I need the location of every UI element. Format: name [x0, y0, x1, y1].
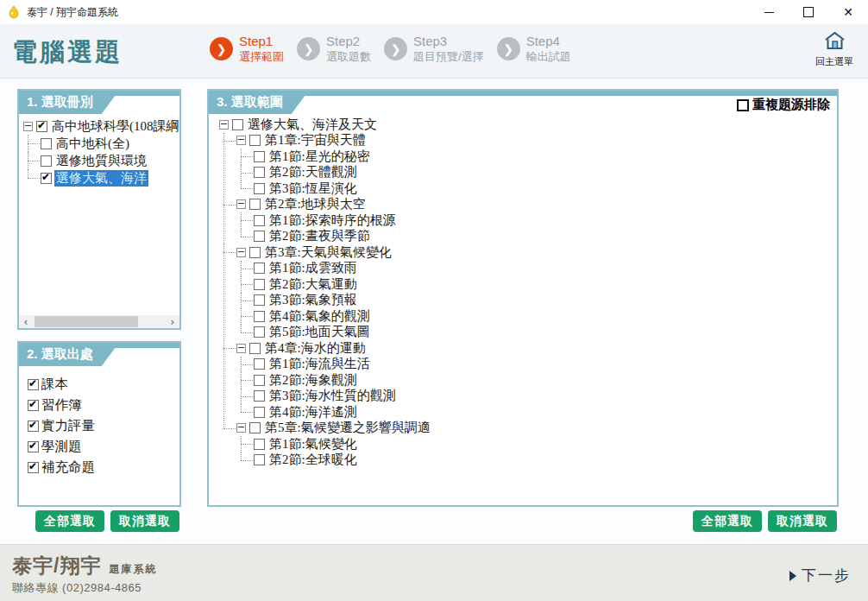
- tree-checkbox[interactable]: [254, 407, 265, 418]
- collapse-toggle-icon[interactable]: [236, 136, 246, 145]
- tree-item[interactable]: 選修大氣、海洋及天文: [219, 117, 833, 133]
- tree-item-label[interactable]: 第2節:全球暖化: [267, 452, 359, 468]
- tree-item[interactable]: 選修大氣、海洋: [41, 169, 179, 187]
- tree-item-label[interactable]: 第3節:海水性質的觀測: [267, 388, 398, 404]
- tree-item-label[interactable]: 第3節:恆星演化: [267, 180, 359, 197]
- step-step2[interactable]: Step2選取題數: [297, 34, 371, 64]
- step-step1[interactable]: Step1選擇範圍: [210, 34, 284, 64]
- tree-item-label[interactable]: 第2章:地球與太空: [263, 196, 368, 212]
- tree-checkbox[interactable]: [254, 326, 265, 338]
- tree-checkbox[interactable]: [254, 151, 265, 162]
- scrollbar-thumb[interactable]: [35, 316, 138, 327]
- tree-item-label[interactable]: 第4章:海水的運動: [263, 340, 368, 357]
- tree-checkbox[interactable]: [254, 375, 265, 386]
- tree-item-label[interactable]: 選修地質與環境: [54, 153, 148, 169]
- source-option[interactable]: 課本: [28, 374, 95, 395]
- tree-checkbox[interactable]: [232, 119, 243, 130]
- source-checkbox[interactable]: [28, 441, 39, 452]
- tree-item[interactable]: 第2節:海象觀測: [254, 372, 833, 389]
- tree-checkbox[interactable]: [254, 279, 265, 290]
- tree-item-label[interactable]: 第1章:宇宙與天體: [263, 132, 368, 149]
- tree-checkbox[interactable]: [254, 390, 265, 402]
- deselect-all-button-left[interactable]: 取消選取: [110, 510, 179, 532]
- tree-item[interactable]: 第1節:海流與生活: [254, 357, 833, 373]
- tree-item-label[interactable]: 第3節:氣象預報: [267, 292, 359, 308]
- collapse-toggle-icon[interactable]: [236, 344, 246, 353]
- deselect-all-button-right[interactable]: 取消選取: [768, 510, 837, 532]
- tree-checkbox[interactable]: [41, 155, 52, 167]
- tree-item-label[interactable]: 高中地科(全): [54, 136, 131, 152]
- tree-item[interactable]: 第2節:全球暖化: [254, 452, 833, 469]
- tree-item[interactable]: 高中地球科學(108課綱): [23, 117, 179, 135]
- maximize-button[interactable]: [789, 1, 828, 24]
- tree-item[interactable]: 第3章:天氣與氣候變化: [236, 244, 833, 261]
- tree-checkbox[interactable]: [249, 135, 261, 146]
- tree-checkbox[interactable]: [41, 173, 52, 184]
- tree-item-label[interactable]: 選修大氣、海洋及天文: [246, 117, 379, 133]
- tree-item[interactable]: 第4章:海水的運動: [236, 340, 833, 357]
- tree-item[interactable]: 第2節:晝夜與季節: [254, 229, 833, 245]
- tree-checkbox[interactable]: [254, 167, 265, 178]
- tree-item-label[interactable]: 選修大氣、海洋: [54, 170, 148, 187]
- source-checkbox[interactable]: [28, 400, 39, 411]
- tree-item-label[interactable]: 第3章:天氣與氣候變化: [263, 244, 393, 261]
- horizontal-scrollbar[interactable]: [19, 315, 179, 328]
- tree-item-label[interactable]: 第1節:海流與生活: [267, 356, 372, 372]
- tree-item[interactable]: 第1章:宇宙與天體: [236, 133, 833, 149]
- tree-checkbox[interactable]: [249, 247, 261, 258]
- tree-item-label[interactable]: 第2節:海象觀測: [267, 372, 359, 389]
- scrollbar-track[interactable]: [33, 315, 166, 328]
- tree-item[interactable]: 第1節:探索時序的根源: [254, 212, 833, 229]
- tree-checkbox[interactable]: [254, 215, 265, 226]
- step-step4[interactable]: Step4輸出試題: [497, 34, 571, 64]
- dedupe-checkbox[interactable]: [737, 99, 749, 111]
- tree-checkbox[interactable]: [254, 183, 265, 194]
- collapse-toggle-icon[interactable]: [236, 423, 246, 433]
- source-checkbox[interactable]: [28, 462, 39, 473]
- tree-checkbox[interactable]: [249, 199, 261, 210]
- tree-item[interactable]: 第5章:氣候變遷之影響與調適: [236, 421, 833, 437]
- tree-item[interactable]: 第2章:地球與太空: [236, 197, 833, 213]
- tree-item[interactable]: 第1節:星光的秘密: [254, 149, 833, 165]
- tree-item[interactable]: 選修地質與環境: [41, 152, 179, 169]
- tree-item-label[interactable]: 第2節:晝夜與季節: [267, 228, 372, 244]
- tree-item-label[interactable]: 第5節:地面天氣圖: [267, 324, 372, 340]
- tree-item-label[interactable]: 高中地球科學(108課綱): [50, 118, 179, 135]
- tree-item-label[interactable]: 第1節:星光的秘密: [267, 149, 372, 165]
- collapse-toggle-icon[interactable]: [236, 199, 246, 209]
- collapse-toggle-icon[interactable]: [23, 122, 33, 131]
- home-button[interactable]: 回主選單: [809, 30, 859, 68]
- tree-item[interactable]: 高中地科(全): [41, 135, 179, 152]
- tree-item-label[interactable]: 第1節:氣候變化: [267, 436, 359, 452]
- tree-item[interactable]: 第5節:地面天氣圖: [254, 325, 833, 341]
- tree-item[interactable]: 第1節:氣候變化: [254, 436, 833, 452]
- source-option[interactable]: 實力評量: [28, 415, 95, 436]
- collapse-toggle-icon[interactable]: [219, 120, 229, 130]
- tree-checkbox[interactable]: [254, 231, 265, 242]
- tree-item-label[interactable]: 第4節:海洋遙測: [267, 404, 359, 421]
- step-step3[interactable]: Step3題目預覽/選擇: [384, 34, 484, 64]
- source-checkbox[interactable]: [28, 379, 39, 390]
- source-checkbox[interactable]: [28, 421, 39, 432]
- select-all-button-right[interactable]: 全部選取: [693, 510, 762, 532]
- tree-item[interactable]: 第3節:恆星演化: [254, 180, 833, 197]
- tree-checkbox[interactable]: [254, 358, 265, 370]
- tree-item[interactable]: 第2節:天體觀測: [254, 165, 833, 181]
- source-option[interactable]: 學測題: [28, 436, 95, 457]
- source-option[interactable]: 補充命題: [28, 457, 95, 478]
- tree-item[interactable]: 第3節:海水性質的觀測: [254, 389, 833, 405]
- tree-item[interactable]: 第3節:氣象預報: [254, 293, 833, 309]
- minimize-button[interactable]: [749, 1, 789, 24]
- close-button[interactable]: ✕: [828, 1, 868, 24]
- tree-checkbox[interactable]: [254, 294, 265, 306]
- tree-item-label[interactable]: 第5章:氣候變遷之影響與調適: [263, 420, 432, 436]
- tree-item-label[interactable]: 第2節:天體觀測: [267, 164, 359, 180]
- scroll-left-icon[interactable]: [19, 315, 33, 328]
- tree-item[interactable]: 第4節:海洋遙測: [254, 404, 833, 421]
- tree-checkbox[interactable]: [249, 422, 261, 433]
- tree-checkbox[interactable]: [36, 121, 47, 132]
- tree-item-label[interactable]: 第1節:探索時序的根源: [267, 212, 398, 229]
- collapse-toggle-icon[interactable]: [236, 248, 246, 257]
- tree-checkbox[interactable]: [254, 263, 265, 274]
- tree-checkbox[interactable]: [249, 343, 261, 354]
